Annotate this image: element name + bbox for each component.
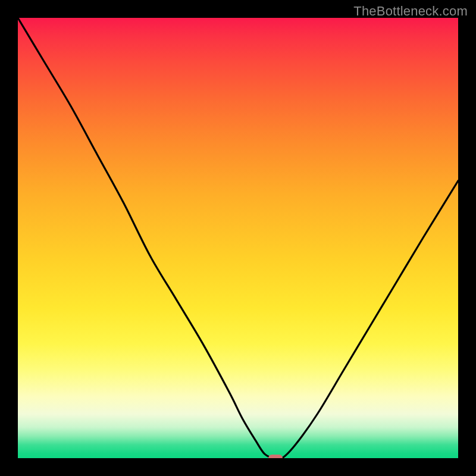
chart-stage: TheBottleneck.com xyxy=(0,0,476,476)
bottleneck-curve xyxy=(18,18,458,458)
watermark-text: TheBottleneck.com xyxy=(353,4,468,19)
minimum-marker xyxy=(268,455,283,458)
curve-path xyxy=(18,18,458,458)
plot-area xyxy=(18,18,458,458)
